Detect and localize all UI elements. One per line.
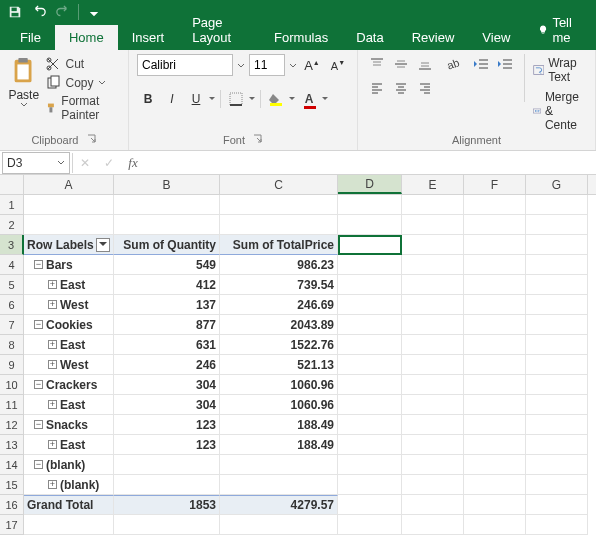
collapse-icon[interactable]: −: [34, 460, 43, 469]
tab-review[interactable]: Review: [398, 25, 469, 50]
pivot-row-label[interactable]: −(blank): [24, 455, 114, 475]
cell[interactable]: [526, 375, 588, 395]
pivot-value[interactable]: 188.49: [220, 415, 338, 435]
pivot-row-label[interactable]: +East: [24, 335, 114, 355]
wrap-text-button[interactable]: Wrap Text: [533, 56, 587, 84]
tab-formulas[interactable]: Formulas: [260, 25, 342, 50]
cell[interactable]: [464, 335, 526, 355]
pivot-grand-total[interactable]: Grand Total: [24, 495, 114, 515]
cell[interactable]: [402, 475, 464, 495]
pivot-value[interactable]: [220, 455, 338, 475]
pivot-header[interactable]: Sum of Quantity: [114, 235, 220, 255]
pivot-value[interactable]: 521.13: [220, 355, 338, 375]
cell[interactable]: [24, 515, 114, 535]
cell[interactable]: [464, 515, 526, 535]
increase-font-button[interactable]: A▲: [301, 54, 323, 76]
collapse-icon[interactable]: −: [34, 260, 43, 269]
align-center-button[interactable]: [390, 78, 412, 98]
pivot-row-label[interactable]: +(blank): [24, 475, 114, 495]
font-color-button[interactable]: A: [298, 88, 320, 110]
decrease-font-button[interactable]: A▼: [327, 54, 349, 76]
cell[interactable]: [526, 195, 588, 215]
merge-center-button[interactable]: Merge & Cente: [533, 90, 587, 132]
cell[interactable]: [338, 375, 402, 395]
pivot-value[interactable]: 549: [114, 255, 220, 275]
tab-view[interactable]: View: [468, 25, 524, 50]
pivot-row-label[interactable]: +West: [24, 295, 114, 315]
pivot-value[interactable]: [114, 455, 220, 475]
align-right-button[interactable]: [414, 78, 436, 98]
cell[interactable]: [526, 295, 588, 315]
cell[interactable]: [338, 215, 402, 235]
insert-function-button[interactable]: fx: [121, 152, 145, 174]
pivot-value[interactable]: 986.23: [220, 255, 338, 275]
bold-button[interactable]: B: [137, 88, 159, 110]
chevron-down-icon[interactable]: [209, 88, 216, 110]
pivot-row-labels-header[interactable]: Row Labels: [24, 235, 114, 255]
row-header[interactable]: 13: [0, 435, 24, 455]
cell[interactable]: [220, 215, 338, 235]
name-box[interactable]: D3: [2, 152, 70, 174]
cell[interactable]: [526, 395, 588, 415]
collapse-icon[interactable]: −: [34, 420, 43, 429]
collapse-icon[interactable]: −: [34, 380, 43, 389]
pivot-grand-total[interactable]: 4279.57: [220, 495, 338, 515]
pivot-value[interactable]: 877: [114, 315, 220, 335]
cell[interactable]: [338, 355, 402, 375]
cell[interactable]: [114, 215, 220, 235]
copy-button[interactable]: Copy: [45, 75, 120, 91]
cell[interactable]: [402, 195, 464, 215]
cell[interactable]: [402, 355, 464, 375]
chevron-down-icon[interactable]: [289, 54, 297, 76]
cell[interactable]: [338, 315, 402, 335]
pivot-row-label[interactable]: −Bars: [24, 255, 114, 275]
pivot-row-label[interactable]: +East: [24, 395, 114, 415]
increase-indent-button[interactable]: [494, 54, 516, 74]
row-header[interactable]: 6: [0, 295, 24, 315]
font-name-combo[interactable]: [137, 54, 233, 76]
cell[interactable]: [526, 495, 588, 515]
pivot-row-label[interactable]: −Snacks: [24, 415, 114, 435]
qat-customize[interactable]: [83, 1, 105, 23]
cell[interactable]: [402, 395, 464, 415]
cell[interactable]: [402, 255, 464, 275]
cell[interactable]: [526, 515, 588, 535]
cancel-formula-button[interactable]: ✕: [73, 152, 97, 174]
pivot-value[interactable]: 137: [114, 295, 220, 315]
pivot-value[interactable]: 1060.96: [220, 395, 338, 415]
cell[interactable]: [402, 415, 464, 435]
pivot-value[interactable]: 123: [114, 435, 220, 455]
pivot-value[interactable]: 246.69: [220, 295, 338, 315]
cell[interactable]: [338, 455, 402, 475]
expand-icon[interactable]: +: [48, 280, 57, 289]
cell[interactable]: [338, 515, 402, 535]
font-size-combo[interactable]: [249, 54, 285, 76]
decrease-indent-button[interactable]: [470, 54, 492, 74]
cell[interactable]: [464, 475, 526, 495]
cell[interactable]: [402, 315, 464, 335]
cell[interactable]: [464, 395, 526, 415]
row-header[interactable]: 4: [0, 255, 24, 275]
column-header[interactable]: D: [338, 175, 402, 194]
cell[interactable]: [220, 195, 338, 215]
column-header[interactable]: C: [220, 175, 338, 194]
cell[interactable]: [464, 195, 526, 215]
column-header[interactable]: G: [526, 175, 588, 194]
cell[interactable]: [220, 515, 338, 535]
row-header[interactable]: 5: [0, 275, 24, 295]
italic-button[interactable]: I: [161, 88, 183, 110]
pivot-row-label[interactable]: +East: [24, 275, 114, 295]
cell[interactable]: [402, 275, 464, 295]
chevron-down-icon[interactable]: [237, 54, 245, 76]
cell[interactable]: [114, 195, 220, 215]
row-header[interactable]: 11: [0, 395, 24, 415]
cell[interactable]: [464, 215, 526, 235]
tab-insert[interactable]: Insert: [118, 25, 179, 50]
column-header[interactable]: A: [24, 175, 114, 194]
expand-icon[interactable]: +: [48, 300, 57, 309]
tab-tell-me[interactable]: Tell me: [524, 10, 596, 50]
cell[interactable]: [338, 335, 402, 355]
cell[interactable]: [338, 255, 402, 275]
cell[interactable]: [464, 355, 526, 375]
cell[interactable]: [338, 415, 402, 435]
